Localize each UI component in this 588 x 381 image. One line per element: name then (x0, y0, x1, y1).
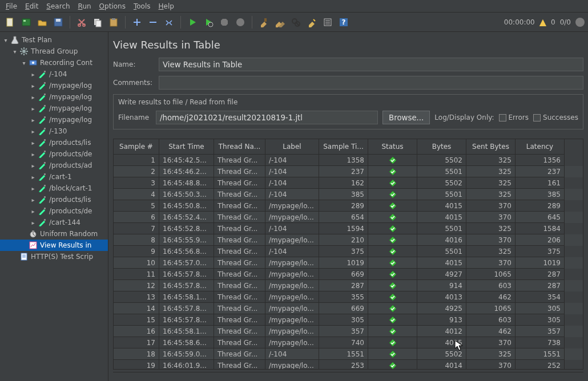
test-plan-tree[interactable]: ▾Test Plan▾Thread Group▾Recording Cont▸/… (0, 32, 108, 381)
tree-twisty-icon[interactable]: ▸ (30, 208, 37, 214)
tree-twisty-icon[interactable]: ▸ (30, 163, 37, 169)
tree-twisty-icon[interactable]: ▸ (30, 151, 37, 157)
clear-icon[interactable] (257, 15, 271, 29)
table-row[interactable]: 616:45:52.4...Thread Gr.../mypage/lo...6… (114, 212, 583, 223)
errors-checkbox[interactable]: Errors (499, 114, 529, 121)
tree-node[interactable]: Uniform Random (0, 228, 108, 240)
tree-node[interactable]: ▸/block/cart-1 (0, 183, 108, 194)
table-row[interactable]: 1216:45:57.8...Thread Gr.../mypage/lo...… (114, 280, 583, 291)
name-input[interactable] (159, 58, 583, 71)
help-icon[interactable]: ? (337, 15, 351, 29)
tree-twisty-icon[interactable]: ▸ (30, 117, 37, 123)
tree-twisty-icon[interactable]: ▸ (30, 140, 37, 146)
start-no-timers-icon[interactable] (202, 15, 215, 29)
table-row[interactable]: 1016:45:57.0...Thread Gr.../mypage/lo...… (114, 257, 583, 269)
toggle-icon[interactable] (162, 15, 176, 29)
tree-node[interactable]: ▸/products/de (0, 148, 108, 160)
tree-twisty-icon[interactable]: ▸ (30, 94, 37, 100)
table-row[interactable]: 1716:45:58.6...Thread Gr.../mypage/lo...… (114, 337, 583, 348)
tree-twisty-icon[interactable]: ▸ (30, 220, 37, 226)
clear-all-icon[interactable] (273, 15, 287, 29)
tree-twisty-icon[interactable]: ▸ (30, 185, 37, 192)
menu-tools[interactable]: Tools (130, 1, 154, 11)
tree-twisty-icon[interactable]: ▾ (2, 37, 9, 43)
results-table[interactable]: Sample #Start TimeThread Na...LabelSampl… (113, 139, 583, 370)
tree-node[interactable]: ▸/mypage/log (0, 103, 108, 114)
table-row[interactable]: 1916:46:01.9...Thread Gr.../mypage/lo...… (114, 360, 583, 369)
column-header[interactable]: Start Time (159, 139, 214, 155)
menu-search[interactable]: Search (43, 1, 73, 11)
filename-input[interactable] (156, 111, 378, 124)
table-row[interactable]: 316:45:48.8...Thread Gr.../-104162550232… (114, 177, 583, 189)
tree-twisty-icon[interactable]: ▸ (30, 106, 37, 112)
table-row[interactable]: 1616:45:58.1...Thread Gr.../mypage/lo...… (114, 326, 583, 337)
successes-checkbox[interactable]: Successes (533, 114, 578, 121)
tree-node[interactable]: ▸/-130 (0, 125, 108, 137)
function-helper-icon[interactable] (321, 15, 335, 29)
menu-options[interactable]: Options (96, 1, 129, 11)
tree-node[interactable]: ▸/mypage/log (0, 80, 108, 91)
stop-icon[interactable] (218, 15, 231, 29)
tree-node[interactable]: ▸/products/de (0, 205, 108, 217)
tree-node[interactable]: ▸/cart-1 (0, 171, 108, 183)
tree-node[interactable]: ▸/cart-144 (0, 217, 108, 228)
tree-node[interactable]: ▸/-104 (0, 68, 108, 80)
tree-node[interactable]: ▾Recording Cont (0, 57, 108, 68)
reset-search-icon[interactable] (305, 15, 319, 29)
save-icon[interactable] (51, 15, 65, 29)
table-row[interactable]: 1316:45:58.1...Thread Gr.../mypage/lo...… (114, 291, 583, 303)
column-header[interactable]: Sent Bytes (466, 139, 515, 155)
horizontal-scrollbar[interactable] (113, 372, 583, 379)
collapse-icon[interactable] (146, 15, 160, 29)
table-row[interactable]: 1516:45:57.8...Thread Gr.../mypage/lo...… (114, 314, 583, 326)
table-row[interactable]: 1116:45:57.8...Thread Gr.../mypage/lo...… (114, 269, 583, 280)
tree-twisty-icon[interactable]: ▸ (30, 83, 37, 89)
search-icon[interactable] (289, 15, 303, 29)
tree-node[interactable]: ▾Thread Group (0, 46, 108, 57)
tree-twisty-icon[interactable]: ▸ (30, 128, 37, 135)
template-icon[interactable] (19, 15, 33, 29)
table-row[interactable]: 1816:45:59.0...Thread Gr.../-10415515502… (114, 348, 583, 360)
tree-node[interactable]: ▾Test Plan (0, 34, 108, 46)
cut-icon[interactable] (75, 15, 88, 29)
tree-twisty-icon[interactable]: ▸ (30, 197, 37, 203)
tree-twisty-icon[interactable]: ▾ (21, 60, 27, 66)
tree-node[interactable]: ▸/mypage/log (0, 114, 108, 125)
table-header[interactable]: Sample #Start TimeThread Na...LabelSampl… (114, 139, 583, 155)
tree-twisty-icon[interactable]: ▸ (30, 71, 37, 78)
menu-edit[interactable]: Edit (22, 1, 42, 11)
tree-node[interactable]: HTTP(S) Test Scrip (0, 251, 108, 262)
warning-icon[interactable]: ▲ (539, 17, 546, 27)
column-header[interactable]: Latency (515, 139, 565, 155)
column-header[interactable]: Label (265, 139, 319, 155)
table-row[interactable]: 1416:45:57.8...Thread Gr.../mypage/lo...… (114, 303, 583, 314)
table-row[interactable]: 716:45:52.8...Thread Gr.../-104159455013… (114, 223, 583, 234)
table-row[interactable]: 116:45:42.5...Thread Gr.../-104135855023… (114, 155, 583, 166)
menu-help[interactable]: Help (155, 1, 178, 11)
start-icon[interactable] (186, 15, 199, 29)
table-row[interactable]: 516:45:50.8...Thread Gr.../mypage/lo...2… (114, 200, 583, 212)
column-header[interactable]: Status (368, 139, 417, 155)
menu-file[interactable]: File (2, 1, 21, 11)
expand-icon[interactable] (130, 15, 144, 29)
table-row[interactable]: 816:45:55.9...Thread Gr.../mypage/lo...2… (114, 234, 583, 246)
paste-icon[interactable] (107, 15, 120, 29)
tree-node[interactable]: ▸/products/lis (0, 137, 108, 148)
table-row[interactable]: 416:45:50.3...Thread Gr.../-104385550132… (114, 189, 583, 200)
comments-input[interactable] (159, 76, 583, 90)
tree-node[interactable]: View Results in (0, 240, 108, 251)
table-row[interactable]: 216:45:46.2...Thread Gr.../-104237550132… (114, 166, 583, 177)
copy-icon[interactable] (91, 15, 104, 29)
open-icon[interactable] (35, 15, 49, 29)
tree-node[interactable]: ▸/products/ad (0, 160, 108, 171)
tree-twisty-icon[interactable]: ▸ (30, 174, 37, 180)
tree-node[interactable]: ▸/mypage/log (0, 91, 108, 103)
tree-node[interactable]: ▸/products/lis (0, 194, 108, 205)
column-header[interactable]: Sample Ti... (319, 139, 368, 155)
shutdown-icon[interactable] (233, 15, 247, 29)
column-header[interactable]: Sample # (114, 139, 159, 155)
tree-twisty-icon[interactable]: ▾ (11, 48, 18, 55)
table-row[interactable]: 916:45:56.8...Thread Gr.../-104375550132… (114, 246, 583, 257)
column-header[interactable]: Bytes (417, 139, 466, 155)
column-header[interactable]: Thread Na... (214, 139, 265, 155)
